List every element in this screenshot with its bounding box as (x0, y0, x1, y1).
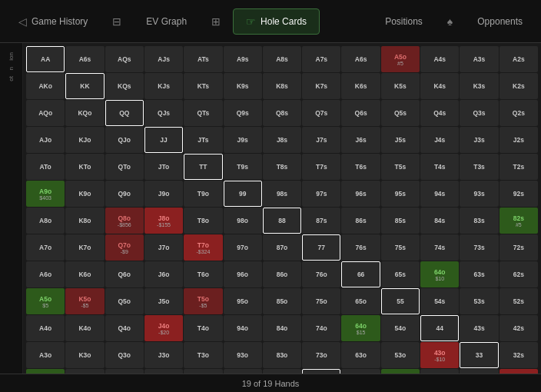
hand-cell[interactable]: 92s (500, 181, 538, 207)
nav-ev-graph[interactable]: EV Graph (134, 10, 199, 33)
hand-cell[interactable]: J3o (144, 342, 183, 368)
hand-cell[interactable]: 33 (460, 342, 498, 368)
hand-cell[interactable]: A3s (460, 46, 498, 72)
nav-icon-button-1[interactable]: ⊟ (100, 9, 134, 34)
hand-cell[interactable]: JTo (144, 154, 183, 180)
hand-cell[interactable]: A4o (26, 315, 65, 341)
hand-cell[interactable]: 63o (341, 342, 380, 368)
hand-cell[interactable]: A9s (224, 46, 262, 72)
hand-cell[interactable]: 73s (460, 234, 498, 261)
hand-cell[interactable]: 76s (341, 234, 380, 261)
hand-cell[interactable]: 83s (460, 208, 498, 234)
hand-cell[interactable]: 54s (420, 288, 459, 314)
hand-cell[interactable]: K5o-$5 (65, 288, 104, 314)
hand-cell[interactable]: A3o (26, 342, 65, 368)
hand-cell[interactable]: Q9s (224, 100, 262, 126)
hand-cell[interactable]: K7s (302, 73, 340, 99)
hand-cell[interactable]: J3s (460, 127, 498, 153)
hand-cell[interactable]: J2s (500, 127, 538, 153)
hand-cell[interactable]: 72s (500, 234, 538, 261)
hand-cell[interactable]: 98o (224, 208, 262, 234)
hand-cell[interactable]: 99 (224, 181, 262, 207)
hand-cell[interactable]: J5o (144, 288, 183, 314)
hand-cell[interactable]: K7o (65, 234, 104, 261)
hand-cell[interactable]: 74s (420, 234, 459, 261)
hand-cell[interactable]: 74o (302, 315, 340, 341)
hand-cell[interactable]: T3o (184, 342, 222, 368)
hand-cell[interactable]: AQo (26, 100, 65, 126)
hand-cell[interactable]: Q5o (105, 288, 144, 314)
hand-cell[interactable]: KTs (184, 73, 222, 99)
hand-cell[interactable]: AKo (26, 73, 65, 99)
hand-cell[interactable]: K9s (224, 73, 262, 99)
hand-cell[interactable]: 87s (302, 208, 340, 234)
hand-cell[interactable]: 54o (381, 315, 420, 341)
hand-cell[interactable]: 83o (263, 342, 301, 368)
hand-cell[interactable]: QQ (105, 100, 144, 126)
hand-cell[interactable]: Q6o (105, 261, 144, 287)
hand-cell[interactable]: A8s (263, 46, 301, 72)
hand-cell[interactable]: KK (65, 73, 104, 99)
hand-cell[interactable]: J7s (302, 127, 340, 153)
hand-cell[interactable]: Q8s (263, 100, 301, 126)
nav-game-history[interactable]: ◁ Game History (6, 9, 100, 34)
hand-cell[interactable]: 96s (341, 181, 380, 207)
hand-cell[interactable]: 73o (302, 342, 340, 368)
hand-cell[interactable]: K3o (65, 342, 104, 368)
hand-cell[interactable]: ATs (184, 46, 222, 72)
hand-cell[interactable]: 64o$15 (341, 315, 380, 341)
hand-cell[interactable]: A6s (341, 46, 380, 72)
hand-cell[interactable]: J6o (144, 261, 183, 287)
hand-cell[interactable]: J5s (381, 127, 420, 153)
hand-cell[interactable]: K4s (420, 73, 459, 99)
hand-cell[interactable]: K2s (500, 73, 538, 99)
hand-cell[interactable]: K9o (65, 181, 104, 207)
hand-cell[interactable]: AA (26, 46, 65, 72)
hand-cell[interactable]: T5o-$5 (184, 288, 222, 314)
hand-cell[interactable]: J8s (263, 127, 301, 153)
hand-cell[interactable]: 84o (263, 315, 301, 341)
hand-cell[interactable]: 88 (263, 208, 301, 234)
hand-cell[interactable]: A7s (302, 46, 340, 72)
hand-cell[interactable]: T6s (341, 154, 380, 180)
hand-cell[interactable]: 87o (263, 234, 301, 261)
hand-cell[interactable]: 53o (381, 342, 420, 368)
hand-cell[interactable]: 86o (263, 261, 301, 287)
hand-cell[interactable]: A8o (26, 208, 65, 234)
hand-cell[interactable]: Q6s (341, 100, 380, 126)
hand-cell[interactable]: J4s (420, 127, 459, 153)
hand-cell[interactable]: Q9o (105, 181, 144, 207)
hand-cell[interactable]: 75o (302, 288, 340, 314)
hand-cell[interactable]: ATo (26, 154, 65, 180)
nav-hole-cards[interactable]: ☞ Hole Cards (233, 8, 320, 35)
hand-cell[interactable]: T9s (224, 154, 262, 180)
hand-cell[interactable]: A2s (500, 46, 538, 72)
hand-cell[interactable]: 98s (263, 181, 301, 207)
hand-cell[interactable]: KQs (105, 73, 144, 99)
hand-cell[interactable]: A9o$403 (26, 181, 65, 207)
hand-cell[interactable]: K4o (65, 315, 104, 341)
hand-cell[interactable]: KTo (65, 154, 104, 180)
hand-cell[interactable]: 44 (420, 315, 459, 341)
hand-cell[interactable]: J9o (144, 181, 183, 207)
hand-cell[interactable]: 55 (381, 288, 420, 314)
hand-cell[interactable]: T7o-$324 (184, 234, 222, 261)
hand-cell[interactable]: QTo (105, 154, 144, 180)
hand-cell[interactable]: Q4o (105, 315, 144, 341)
hand-cell[interactable]: 65s (381, 261, 420, 287)
hand-cell[interactable]: 94o (224, 315, 262, 341)
hand-cell[interactable]: 93o (224, 342, 262, 368)
hand-cell[interactable]: 43s (460, 315, 498, 341)
hand-cell[interactable]: 66 (341, 261, 380, 287)
hand-cell[interactable]: QJo (105, 127, 144, 153)
hand-cell[interactable]: KJs (144, 73, 183, 99)
hand-cell[interactable]: A6o (26, 261, 65, 287)
hand-cell[interactable]: Q2s (500, 100, 538, 126)
hand-cell[interactable]: 85s (381, 208, 420, 234)
hand-cell[interactable]: 82s#5 (500, 208, 538, 234)
nav-positions[interactable]: Positions (373, 10, 435, 33)
hand-cell[interactable]: 43o-$10 (420, 342, 459, 368)
hand-cell[interactable]: T7s (302, 154, 340, 180)
hand-cell[interactable]: 42s (500, 315, 538, 341)
hand-cell[interactable]: 97s (302, 181, 340, 207)
